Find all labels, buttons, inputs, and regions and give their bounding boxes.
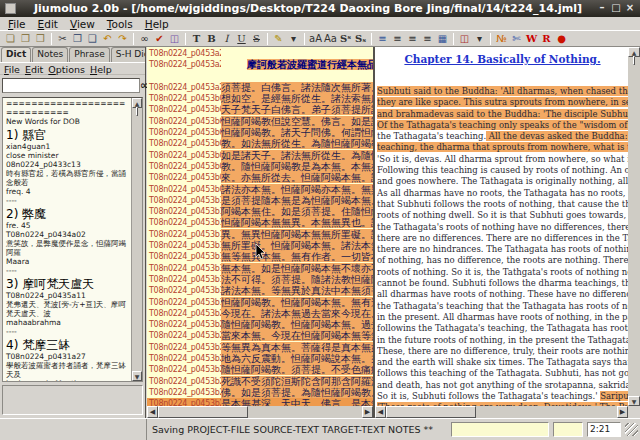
menu-edit[interactable]: Edit xyxy=(32,18,64,30)
pen-dropdown-icon[interactable]: ▾ xyxy=(286,32,301,46)
paste-icon[interactable]: ❑ xyxy=(85,32,100,46)
source-line[interactable] xyxy=(147,71,373,82)
scroll-down-icon[interactable]: ▼ xyxy=(132,371,142,381)
source-line[interactable]: T08n0224_p0453b17法不可得。須菩提。隨諸法教怛薩阿竭本 xyxy=(147,274,373,285)
cut-icon[interactable]: ✂ xyxy=(55,32,70,46)
source-line[interactable]: T08n0224_p0453b06如是諸天子。諸法無所從生。為隨怛薩阿 xyxy=(147,150,373,161)
target-line[interactable]: all dharmas have roots of nothing. These… xyxy=(377,289,628,300)
source-line[interactable]: T08n0224_p0453b10是須菩提隨本無是為怛薩阿竭本無。怛薩 xyxy=(147,195,373,206)
close-button[interactable]: × xyxy=(623,2,637,15)
numbered-list-icon[interactable]: ≡ xyxy=(375,32,390,46)
highlight-pen-icon[interactable]: ✎ xyxy=(271,32,286,46)
new-icon[interactable]: ❏ xyxy=(3,32,18,46)
source-line[interactable]: T08n0224_p0453b21隨怛薩阿竭教。怛薩阿竭本無。過去本無 xyxy=(147,319,373,330)
columns-dropdown-icon[interactable]: ▾ xyxy=(472,32,487,46)
source-line[interactable]: T08n0224_p0453b02天子梵天子白佛言。弟子須菩提所說如是 xyxy=(147,104,373,115)
source-line[interactable]: T08n0224_p0453b23等無異為真本無。菩薩得是真本無如來名 xyxy=(147,342,373,353)
source-line[interactable]: T08n0224_p0453b12怛薩阿竭本無無異。本無無異也。諸法本 xyxy=(147,217,373,228)
insert-table-icon[interactable]: ▦ xyxy=(435,32,450,46)
dictionary-list[interactable]: =============================New Words f… xyxy=(2,97,143,382)
target-line[interactable]: followins the Tathagata's teaching, the … xyxy=(377,323,628,334)
target-hscrollbar[interactable]: ◀ ▶ xyxy=(375,406,628,418)
scroll-down-icon[interactable]: ▼ xyxy=(628,396,640,406)
strikethrough-icon[interactable]: S xyxy=(249,32,264,46)
source-line[interactable]: T08n0224_p0453b01想如空。是經無所從生。諸法索無所得。 xyxy=(147,93,373,104)
record-button[interactable]: ● xyxy=(554,32,569,46)
target-line[interactable]: roots of nothing dwell. So it is that Su… xyxy=(377,210,628,221)
target-line[interactable]: and the earth will shake six times. The … xyxy=(377,357,628,368)
source-line[interactable]: T08n0224_p0453b14無所罣礙。怛薩阿竭本無。諸法本無礙。 xyxy=(147,240,373,251)
source-line[interactable]: T08n0224_p0453a26 xyxy=(147,48,373,59)
scroll-left-icon[interactable]: ◀ xyxy=(147,406,158,418)
target-line[interactable]: the Tathagata's teaching. All the devas … xyxy=(377,131,628,142)
target-line[interactable]: there are no hindrances. The Tathagata h… xyxy=(377,244,628,255)
menu-help[interactable]: Help xyxy=(139,18,175,30)
target-line[interactable]: As all dharmas have no roots, the Tathag… xyxy=(377,188,628,199)
target-line[interactable]: and death, has not got anything of the s… xyxy=(377,380,628,391)
tab-dict[interactable]: Dict xyxy=(1,47,31,62)
dictionary-icon[interactable]: ◫ xyxy=(167,32,182,46)
source-line[interactable]: T08n0224_p0453b26死識不受須陀洹斯陀含阿那含阿羅漢辟支 xyxy=(147,376,373,387)
target-line[interactable]: the Tathagata's teaching that the Tathag… xyxy=(377,301,628,312)
minimize-button[interactable]: – xyxy=(595,2,609,15)
target-line[interactable]: of nothing, has no difference, the roots… xyxy=(377,255,628,266)
dict-menu-options[interactable]: Options xyxy=(48,64,90,73)
dict-menu-help[interactable]: Help xyxy=(90,64,117,73)
source-line[interactable]: T08n0224_p0453b25隨怛薩阿竭教。須菩提。不受色痛痒思想 xyxy=(147,364,373,375)
dict-menu-file[interactable]: File xyxy=(4,64,25,73)
source-line[interactable]: T08n0224_p0453b20今現在。諸法本無過去當來今現在。須菩 xyxy=(147,308,373,319)
r-button[interactable]: R xyxy=(539,32,554,46)
source-line[interactable]: T08n0224_p0453b07教。隨怛薩阿竭教是為本無。本無亦無所 xyxy=(147,161,373,172)
scroll-right-icon[interactable]: ▶ xyxy=(617,406,628,418)
source-line[interactable]: T08n0224_p0453b09諸法亦本無。怛薩阿竭亦本無。無異本無 xyxy=(147,184,373,195)
source-text-panel[interactable]: T08n0224_p0453a26T08n0224_p0453a28摩訶般若波羅… xyxy=(147,47,373,406)
target-line[interactable]: and brahmadevas said to the Buddha: 'The… xyxy=(377,109,628,120)
dict-entry-headword[interactable]: 1) 縣官 xyxy=(6,128,129,142)
w-button[interactable]: W xyxy=(524,32,539,46)
target-line[interactable]: that Subhuti follows the roots of nothin… xyxy=(377,199,628,210)
target-line[interactable]: cannot be found. Subhuti follows the dha… xyxy=(377,278,628,289)
target-line[interactable]: in the present. All dharmas have roots o… xyxy=(377,312,628,323)
find-icon[interactable]: ∞ xyxy=(137,32,152,46)
source-line[interactable]: T08n0224_p0453b11阿竭本無住。如是須菩提。住隨怛薩阿竭 xyxy=(147,206,373,217)
subscript-icon[interactable]: Sₛ xyxy=(353,32,368,46)
source-line[interactable]: T08n0224_p0453a28摩訶般若波羅蜜道行經本無品第十 xyxy=(147,59,373,70)
source-line[interactable]: T08n0224_p0453b27佛。如是須菩提。為隨怛薩阿竭教。舍利 xyxy=(147,387,373,398)
font-smaller-icon[interactable]: aA xyxy=(308,32,323,46)
bold-icon[interactable]: B xyxy=(204,32,219,46)
open-icon[interactable]: ❐ xyxy=(18,32,33,46)
target-line[interactable]: 'So it is, devas. All dharma sprout from… xyxy=(377,154,628,165)
target-line[interactable]: the Tathagata's roots of nothing have no… xyxy=(377,222,628,233)
target-line[interactable]: So it is, Subhuti follows the Tathagata'… xyxy=(377,391,628,402)
undo-icon[interactable]: ↶ xyxy=(100,32,115,46)
menu-view[interactable]: View xyxy=(64,18,101,30)
source-line[interactable]: T08n0224_p0453b18諸法本無。等無異於真法中本無須菩提。 xyxy=(147,285,373,296)
scroll-right-icon[interactable]: ▶ xyxy=(362,406,373,418)
dict-entry-headword[interactable]: 2) 弊魔 xyxy=(6,207,129,221)
split-icon[interactable]: ✄ xyxy=(509,32,524,46)
source-line[interactable]: T08n0224_p0453b22當來本無。今現在怛薩阿竭本無等無異。 xyxy=(147,330,373,341)
target-line[interactable]: follows this teaching of the Tathagata. … xyxy=(377,368,628,379)
save-icon[interactable]: ❒ xyxy=(33,32,48,46)
source-line[interactable]: T08n0224_p0453b24地為六反震動。怛薩阿竭說本無。須菩提 xyxy=(147,353,373,364)
source-line[interactable]: T08n0224_p0453b19怛薩阿竭教。怛薩阿竭本無。無有過去當 xyxy=(147,297,373,308)
target-line[interactable]: teaching, the dharma that sprouts from n… xyxy=(377,142,628,153)
source-line[interactable]: T08n0224_p0453b03怛薩阿竭教但說空慧。佛言。如是諸天子 xyxy=(147,116,373,127)
source-line[interactable]: T08n0224_p0453b28是本無甚深。天中天。佛言。是本無甚深 xyxy=(147,398,373,406)
resize-grip[interactable] xyxy=(625,423,638,436)
target-vscrollbar[interactable]: ▲ ▼ xyxy=(628,47,640,406)
text-style-icon[interactable]: T xyxy=(189,32,204,46)
scroll-thumb[interactable] xyxy=(158,406,248,418)
target-line[interactable]: Subhuti said to the Buddha: 'All dharmas… xyxy=(377,86,628,97)
source-hscrollbar[interactable]: ◀ ▶ xyxy=(147,406,373,418)
underline-icon[interactable]: U xyxy=(234,32,249,46)
source-line[interactable]: T08n0224_p0453b05教。如法無所從生。為隨怛薩阿竭教乎。 xyxy=(147,138,373,149)
target-line[interactable]: there are no differences. There are no d… xyxy=(377,233,628,244)
align-center-icon[interactable]: ≡ xyxy=(405,32,420,46)
superscript-icon[interactable]: Sˢ xyxy=(338,32,353,46)
target-line[interactable]: and goes nowhere. The Tathagata is origi… xyxy=(377,176,628,187)
scroll-thumb[interactable] xyxy=(386,406,476,418)
source-line[interactable]: T08n0224_p0453b16無本無。如是怛薩阿竭本無不壞亦不腐。 xyxy=(147,263,373,274)
scroll-thumb[interactable] xyxy=(633,56,635,65)
align-right-icon[interactable]: ≡ xyxy=(420,32,435,46)
